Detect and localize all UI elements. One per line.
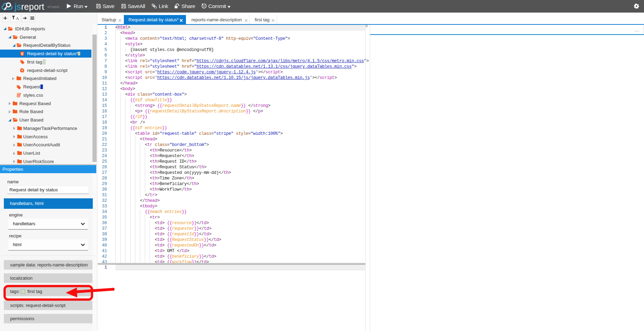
svg-text:A: A <box>16 16 19 20</box>
